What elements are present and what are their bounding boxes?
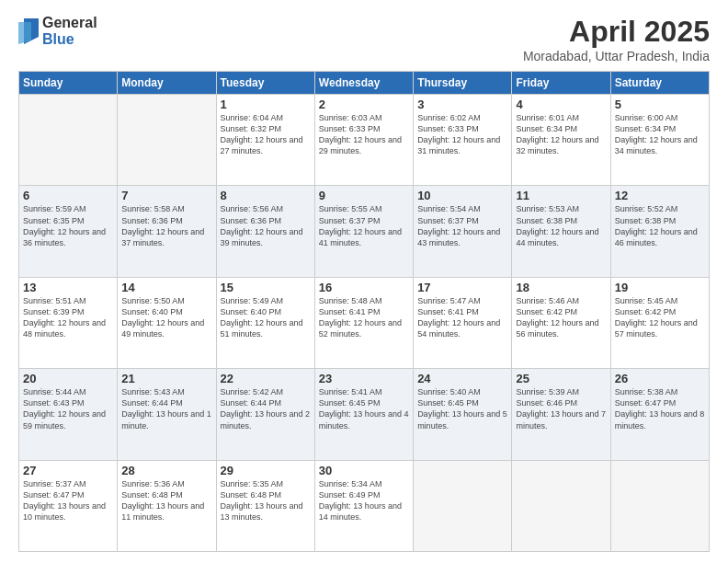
day-info: Sunrise: 5:47 AM Sunset: 6:41 PM Dayligh… [417,295,507,340]
day-info: Sunrise: 5:56 AM Sunset: 6:36 PM Dayligh… [221,203,311,248]
day-number: 17 [417,281,507,294]
calendar-cell [118,95,216,186]
calendar-cell: 1Sunrise: 6:04 AM Sunset: 6:32 PM Daylig… [216,95,314,186]
calendar-cell: 13Sunrise: 5:51 AM Sunset: 6:39 PM Dayli… [19,277,118,368]
calendar-cell: 8Sunrise: 5:56 AM Sunset: 6:36 PM Daylig… [216,186,314,277]
day-number: 12 [615,189,705,202]
calendar-cell: 14Sunrise: 5:50 AM Sunset: 6:40 PM Dayli… [118,277,216,368]
calendar-cell: 23Sunrise: 5:41 AM Sunset: 6:45 PM Dayli… [314,369,413,460]
logo-general-text: General [42,15,97,31]
day-info: Sunrise: 5:42 AM Sunset: 6:44 PM Dayligh… [221,386,311,431]
col-header-monday: Monday [118,72,216,95]
day-info: Sunrise: 5:45 AM Sunset: 6:42 PM Dayligh… [615,295,705,340]
day-info: Sunrise: 5:44 AM Sunset: 6:43 PM Dayligh… [23,386,113,431]
day-number: 20 [23,372,113,385]
day-info: Sunrise: 5:36 AM Sunset: 6:48 PM Dayligh… [121,478,211,523]
day-number: 28 [121,464,211,477]
day-number: 24 [417,372,507,385]
day-info: Sunrise: 6:04 AM Sunset: 6:32 PM Dayligh… [221,112,311,157]
calendar-cell: 30Sunrise: 5:34 AM Sunset: 6:49 PM Dayli… [314,460,413,551]
day-number: 21 [121,372,211,385]
calendar-cell: 7Sunrise: 5:58 AM Sunset: 6:36 PM Daylig… [118,186,216,277]
col-header-thursday: Thursday [414,72,512,95]
day-number: 7 [121,189,211,202]
day-number: 1 [221,98,311,111]
month-title: April 2025 [523,15,710,49]
calendar-cell [414,460,512,551]
week-row-5: 27Sunrise: 5:37 AM Sunset: 6:47 PM Dayli… [19,460,710,551]
logo-blue-text: Blue [42,31,97,48]
logo-text: General Blue [42,15,97,47]
calendar-cell: 5Sunrise: 6:00 AM Sunset: 6:34 PM Daylig… [610,95,709,186]
calendar-cell: 12Sunrise: 5:52 AM Sunset: 6:38 PM Dayli… [610,186,709,277]
calendar-cell: 9Sunrise: 5:55 AM Sunset: 6:37 PM Daylig… [314,186,413,277]
calendar-cell: 4Sunrise: 6:01 AM Sunset: 6:34 PM Daylig… [512,95,610,186]
day-info: Sunrise: 5:46 AM Sunset: 6:42 PM Dayligh… [516,295,606,340]
col-header-friday: Friday [512,72,610,95]
day-number: 10 [417,189,507,202]
logo: General Blue [18,15,97,47]
calendar-cell [19,95,118,186]
day-number: 3 [417,98,507,111]
day-info: Sunrise: 5:58 AM Sunset: 6:36 PM Dayligh… [121,203,211,248]
calendar-cell: 10Sunrise: 5:54 AM Sunset: 6:37 PM Dayli… [414,186,512,277]
calendar-cell: 22Sunrise: 5:42 AM Sunset: 6:44 PM Dayli… [216,369,314,460]
day-info: Sunrise: 5:50 AM Sunset: 6:40 PM Dayligh… [121,295,211,340]
day-number: 11 [516,189,606,202]
day-info: Sunrise: 5:34 AM Sunset: 6:49 PM Dayligh… [319,478,409,523]
svg-marker-1 [18,22,31,44]
day-info: Sunrise: 6:03 AM Sunset: 6:33 PM Dayligh… [319,112,409,157]
calendar-cell: 11Sunrise: 5:53 AM Sunset: 6:38 PM Dayli… [512,186,610,277]
calendar-cell: 29Sunrise: 5:35 AM Sunset: 6:48 PM Dayli… [216,460,314,551]
col-header-tuesday: Tuesday [216,72,314,95]
day-info: Sunrise: 5:48 AM Sunset: 6:41 PM Dayligh… [319,295,409,340]
week-row-1: 1Sunrise: 6:04 AM Sunset: 6:32 PM Daylig… [19,95,710,186]
day-info: Sunrise: 5:38 AM Sunset: 6:47 PM Dayligh… [615,386,705,431]
day-number: 15 [221,281,311,294]
day-info: Sunrise: 5:39 AM Sunset: 6:46 PM Dayligh… [516,386,606,431]
calendar-cell: 20Sunrise: 5:44 AM Sunset: 6:43 PM Dayli… [19,369,118,460]
calendar-cell: 15Sunrise: 5:49 AM Sunset: 6:40 PM Dayli… [216,277,314,368]
calendar-cell: 19Sunrise: 5:45 AM Sunset: 6:42 PM Dayli… [610,277,709,368]
day-number: 4 [516,98,606,111]
calendar: SundayMondayTuesdayWednesdayThursdayFrid… [18,71,710,552]
calendar-cell: 17Sunrise: 5:47 AM Sunset: 6:41 PM Dayli… [414,277,512,368]
day-number: 30 [319,464,409,477]
calendar-cell: 21Sunrise: 5:43 AM Sunset: 6:44 PM Dayli… [118,369,216,460]
day-info: Sunrise: 5:53 AM Sunset: 6:38 PM Dayligh… [516,203,606,248]
col-header-saturday: Saturday [610,72,709,95]
day-info: Sunrise: 6:00 AM Sunset: 6:34 PM Dayligh… [615,112,705,157]
day-info: Sunrise: 5:52 AM Sunset: 6:38 PM Dayligh… [615,203,705,248]
day-info: Sunrise: 5:55 AM Sunset: 6:37 PM Dayligh… [319,203,409,248]
title-block: April 2025 Moradabad, Uttar Pradesh, Ind… [523,15,710,63]
day-number: 9 [319,189,409,202]
day-number: 27 [23,464,113,477]
day-info: Sunrise: 5:51 AM Sunset: 6:39 PM Dayligh… [23,295,113,340]
day-info: Sunrise: 5:35 AM Sunset: 6:48 PM Dayligh… [221,478,311,523]
day-number: 14 [121,281,211,294]
day-number: 5 [615,98,705,111]
calendar-cell: 16Sunrise: 5:48 AM Sunset: 6:41 PM Dayli… [314,277,413,368]
logo-icon [18,18,39,44]
col-header-wednesday: Wednesday [314,72,413,95]
day-info: Sunrise: 5:59 AM Sunset: 6:35 PM Dayligh… [23,203,113,248]
calendar-cell: 26Sunrise: 5:38 AM Sunset: 6:47 PM Dayli… [610,369,709,460]
day-number: 16 [319,281,409,294]
day-number: 26 [615,372,705,385]
calendar-cell: 28Sunrise: 5:36 AM Sunset: 6:48 PM Dayli… [118,460,216,551]
day-info: Sunrise: 5:37 AM Sunset: 6:47 PM Dayligh… [23,478,113,523]
calendar-cell: 2Sunrise: 6:03 AM Sunset: 6:33 PM Daylig… [314,95,413,186]
calendar-cell: 18Sunrise: 5:46 AM Sunset: 6:42 PM Dayli… [512,277,610,368]
day-info: Sunrise: 5:40 AM Sunset: 6:45 PM Dayligh… [417,386,507,431]
day-number: 2 [319,98,409,111]
col-header-sunday: Sunday [19,72,118,95]
calendar-cell: 3Sunrise: 6:02 AM Sunset: 6:33 PM Daylig… [414,95,512,186]
header-row: SundayMondayTuesdayWednesdayThursdayFrid… [19,72,710,95]
day-info: Sunrise: 5:49 AM Sunset: 6:40 PM Dayligh… [221,295,311,340]
calendar-cell: 6Sunrise: 5:59 AM Sunset: 6:35 PM Daylig… [19,186,118,277]
day-number: 29 [221,464,311,477]
day-number: 8 [221,189,311,202]
calendar-cell: 27Sunrise: 5:37 AM Sunset: 6:47 PM Dayli… [19,460,118,551]
day-info: Sunrise: 6:02 AM Sunset: 6:33 PM Dayligh… [417,112,507,157]
location: Moradabad, Uttar Pradesh, India [523,49,710,63]
